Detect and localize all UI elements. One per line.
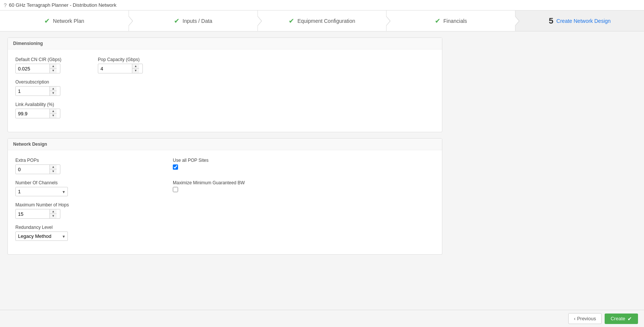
pop-capacity-input-wrapper: ▲ ▼: [98, 64, 143, 73]
oversubscription-down[interactable]: ▼: [50, 91, 57, 96]
extra-pops-group: Extra POPs ▲ ▼: [15, 158, 75, 174]
redundancy-level-select[interactable]: Legacy Method Standard High: [15, 231, 68, 241]
number-of-channels-select[interactable]: 1 2 3 4: [15, 187, 68, 196]
redundancy-level-group: Redundancy Level Legacy Method Standard …: [15, 225, 75, 241]
oversubscription-label: Oversubscription: [15, 79, 75, 85]
network-design-body: Extra POPs ▲ ▼ Use all POP Sites: [8, 150, 442, 254]
default-cn-cir-down[interactable]: ▼: [50, 69, 57, 73]
step1-label: Network Plan: [53, 18, 84, 24]
step1-check-icon: ✔: [44, 17, 50, 25]
link-availability-label: Link Availability (%): [15, 102, 75, 107]
max-hops-spinners: ▲ ▼: [49, 209, 57, 218]
default-cn-cir-input-wrapper: ▲ ▼: [15, 64, 60, 73]
link-availability-up[interactable]: ▲: [50, 109, 57, 113]
use-all-pop-sites-label: Use all POP Sites: [173, 158, 233, 163]
default-cn-cir-spinners: ▲ ▼: [49, 64, 57, 73]
dimensioning-row3: Link Availability (%) ▲ ▼: [15, 102, 434, 118]
redundancy-level-label: Redundancy Level: [15, 225, 75, 230]
maximize-min-bw-checkbox-group: [173, 187, 245, 192]
pop-capacity-group: Pop Capacity (Gbps) ▲ ▼: [98, 57, 158, 73]
network-design-header: Network Design: [8, 139, 442, 150]
pop-capacity-down[interactable]: ▼: [132, 69, 139, 73]
maximize-min-bw-label: Maximize Minimum Guaranteed BW: [173, 180, 245, 185]
link-availability-input-wrapper: ▲ ▼: [15, 109, 60, 118]
network-design-row3: Maximum Number of Hops ▲ ▼: [15, 202, 434, 219]
pop-capacity-spinners: ▲ ▼: [132, 64, 139, 73]
default-cn-cir-input[interactable]: [16, 64, 49, 73]
default-cn-cir-group: Default CN CIR (Gbps) ▲ ▼: [15, 57, 75, 73]
pop-capacity-label: Pop Capacity (Gbps): [98, 57, 158, 62]
wizard-step-network-plan[interactable]: ✔ Network Plan: [0, 10, 129, 31]
dimensioning-section: Dimensioning Default CN CIR (Gbps) ▲ ▼: [7, 37, 442, 132]
number-of-channels-group: Number Of Channels 1 2 3 4 ▼: [15, 180, 75, 196]
oversubscription-spinners: ▲ ▼: [49, 87, 57, 96]
wizard-steps: ✔ Network Plan ✔ Inputs / Data ✔ Equipme…: [0, 10, 644, 31]
dimensioning-row2: Oversubscription ▲ ▼: [15, 79, 434, 96]
network-design-row1: Extra POPs ▲ ▼ Use all POP Sites: [15, 158, 434, 174]
network-design-row4: Redundancy Level Legacy Method Standard …: [15, 225, 434, 241]
wizard-step-create-network-design[interactable]: 5 Create Network Design: [515, 10, 644, 31]
extra-pops-up[interactable]: ▲: [50, 165, 57, 169]
oversubscription-input[interactable]: [16, 87, 49, 96]
max-hops-up[interactable]: ▲: [50, 209, 57, 214]
maximize-min-bw-checkbox[interactable]: [173, 187, 178, 192]
use-all-pop-sites-group: Use all POP Sites: [173, 158, 233, 174]
extra-pops-input-wrapper: ▲ ▼: [15, 164, 60, 174]
max-hops-down[interactable]: ▼: [50, 214, 57, 218]
extra-pops-spinners: ▲ ▼: [49, 165, 57, 174]
redundancy-level-select-wrapper: Legacy Method Standard High ▼: [15, 231, 68, 241]
use-all-pop-sites-checkbox[interactable]: [173, 164, 178, 170]
step3-check-icon: ✔: [289, 17, 294, 25]
pop-capacity-input[interactable]: [98, 64, 132, 73]
default-cn-cir-label: Default CN CIR (Gbps): [15, 57, 75, 62]
step5-number: 5: [549, 16, 553, 26]
oversubscription-input-wrapper: ▲ ▼: [15, 86, 60, 96]
help-icon: ?: [4, 2, 7, 8]
oversubscription-up[interactable]: ▲: [50, 87, 57, 91]
default-cn-cir-up[interactable]: ▲: [50, 64, 57, 69]
title-bar: ? 60 GHz Terragraph Planner - Distributi…: [0, 0, 644, 10]
extra-pops-down[interactable]: ▼: [50, 169, 57, 174]
number-of-channels-label: Number Of Channels: [15, 180, 75, 185]
maximize-min-bw-group: Maximize Minimum Guaranteed BW: [173, 180, 245, 196]
network-design-row2: Number Of Channels 1 2 3 4 ▼ Maximize Mi…: [15, 180, 434, 196]
max-hops-input[interactable]: [16, 210, 49, 218]
wizard-step-financials[interactable]: ✔ Financials: [386, 10, 515, 31]
link-availability-group: Link Availability (%) ▲ ▼: [15, 102, 75, 118]
dimensioning-row1: Default CN CIR (Gbps) ▲ ▼ Pop Capacity (…: [15, 57, 434, 73]
use-all-pop-sites-checkbox-group: [173, 164, 233, 170]
max-hops-group: Maximum Number of Hops ▲ ▼: [15, 202, 75, 219]
step2-label: Inputs / Data: [183, 18, 212, 24]
dimensioning-header: Dimensioning: [8, 38, 442, 49]
step2-check-icon: ✔: [174, 17, 180, 25]
step4-label: Financials: [443, 18, 467, 24]
network-design-section: Network Design Extra POPs ▲ ▼ Use: [7, 138, 442, 255]
pop-capacity-up[interactable]: ▲: [132, 64, 139, 69]
number-of-channels-select-wrapper: 1 2 3 4 ▼: [15, 187, 68, 196]
max-hops-input-wrapper: ▲ ▼: [15, 209, 60, 219]
extra-pops-label: Extra POPs: [15, 158, 75, 163]
link-availability-down[interactable]: ▼: [50, 113, 57, 118]
extra-pops-input[interactable]: [16, 165, 49, 174]
link-availability-spinners: ▲ ▼: [49, 109, 57, 118]
app-title: 60 GHz Terragraph Planner - Distribution…: [9, 2, 117, 8]
max-hops-label: Maximum Number of Hops: [15, 202, 75, 208]
dimensioning-body: Default CN CIR (Gbps) ▲ ▼ Pop Capacity (…: [8, 49, 442, 132]
step5-label: Create Network Design: [556, 18, 611, 24]
step3-label: Equipment Configuration: [297, 18, 355, 24]
wizard-step-equipment-config[interactable]: ✔ Equipment Configuration: [258, 10, 387, 31]
step4-check-icon: ✔: [435, 17, 440, 25]
wizard-step-inputs-data[interactable]: ✔ Inputs / Data: [129, 10, 258, 31]
main-content: Dimensioning Default CN CIR (Gbps) ▲ ▼: [0, 31, 450, 267]
link-availability-input[interactable]: [16, 109, 49, 118]
oversubscription-group: Oversubscription ▲ ▼: [15, 79, 75, 96]
